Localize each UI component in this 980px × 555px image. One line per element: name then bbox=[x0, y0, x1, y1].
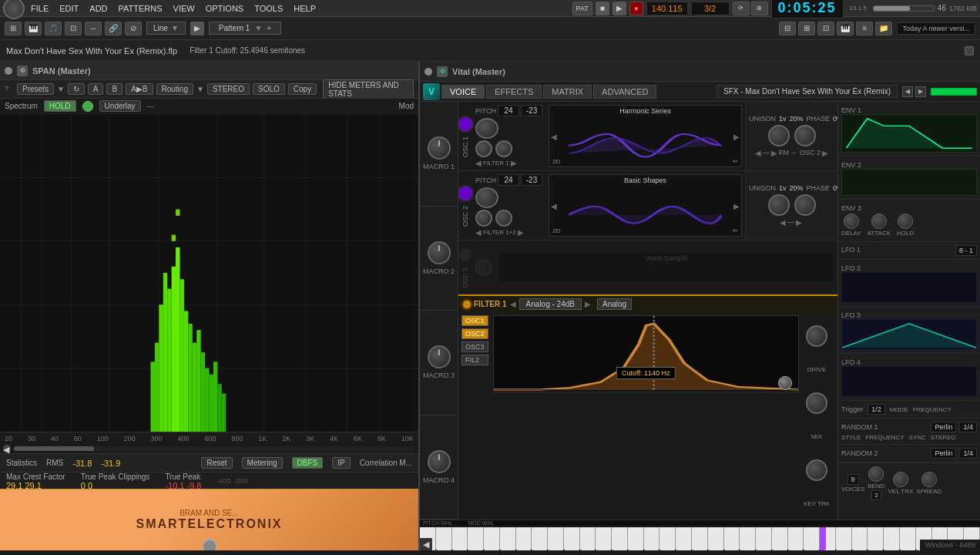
white-key[interactable] bbox=[676, 527, 692, 550]
view-mode-selector[interactable]: Line ▼ bbox=[146, 22, 186, 35]
white-key[interactable] bbox=[788, 527, 804, 550]
filter1-drive-knob[interactable] bbox=[806, 325, 827, 347]
plugin-knob[interactable] bbox=[202, 539, 217, 550]
osc1-unison-knob2[interactable] bbox=[794, 125, 816, 146]
filter1-mix-knob[interactable] bbox=[806, 392, 827, 414]
routing-arrow[interactable]: ▼ bbox=[196, 85, 204, 93]
vel-trx-knob[interactable] bbox=[893, 472, 908, 487]
filter1-type2-select[interactable]: Analog bbox=[597, 298, 632, 310]
piano-btn[interactable]: 🎹 bbox=[837, 22, 854, 35]
white-key[interactable] bbox=[564, 527, 580, 550]
metering-btn[interactable]: Metering bbox=[242, 457, 283, 469]
osc2-fm-prev[interactable]: ◀ bbox=[780, 218, 786, 227]
osc2-wave-next[interactable]: ▶ bbox=[733, 201, 740, 210]
osc2-level-knob[interactable] bbox=[475, 210, 492, 227]
tab-voice[interactable]: VOICE bbox=[441, 85, 485, 99]
expand-icon[interactable] bbox=[5, 67, 12, 75]
osc1-main-knob[interactable] bbox=[475, 118, 498, 139]
menu-file[interactable]: FILE bbox=[26, 2, 53, 15]
view-btn-4[interactable]: ⊡ bbox=[65, 22, 82, 35]
osc1-power-btn[interactable] bbox=[459, 118, 472, 130]
macro2-knob[interactable] bbox=[428, 241, 451, 264]
step-btn[interactable]: ⊞ bbox=[751, 2, 768, 15]
copy-btn[interactable]: Copy bbox=[288, 83, 317, 95]
master-volume-slider[interactable] bbox=[873, 5, 935, 12]
tab-effects[interactable]: EFFECTS bbox=[486, 85, 542, 99]
osc1-osc2-btn[interactable]: ▶ bbox=[822, 149, 828, 157]
presets-btn[interactable]: Presets bbox=[17, 83, 54, 95]
white-key[interactable] bbox=[436, 527, 452, 550]
b-btn[interactable]: B bbox=[106, 83, 123, 95]
play-btn[interactable]: ▶ bbox=[612, 2, 626, 15]
filter1-display[interactable]: Cutoff: 1140 Hz bbox=[493, 315, 800, 392]
voices-val[interactable]: 8 bbox=[847, 474, 859, 485]
menu-options[interactable]: OPTIONS bbox=[201, 2, 249, 15]
reset-btn[interactable]: Reset bbox=[201, 457, 232, 469]
spread-knob[interactable] bbox=[921, 472, 937, 487]
osc1-wave-prev[interactable]: ◀ bbox=[551, 132, 557, 140]
osc1-level-knob[interactable] bbox=[475, 140, 492, 157]
osc1-pitch-val[interactable]: 24 bbox=[498, 105, 519, 116]
settings-icon[interactable]: ⚙ bbox=[17, 66, 28, 76]
white-key[interactable] bbox=[532, 527, 548, 550]
fx-btn[interactable]: ≡ bbox=[856, 22, 873, 35]
osc2-unison-knob1[interactable] bbox=[768, 194, 790, 216]
osc2-wave-display[interactable]: Basic Shapes ◀ ▶ 2D ✏ bbox=[549, 174, 742, 237]
filter1-type-select[interactable]: Analog - 24dB bbox=[519, 298, 582, 310]
menu-add[interactable]: ADD bbox=[85, 2, 112, 15]
tab-matrix[interactable]: MATRIX bbox=[543, 85, 592, 99]
menu-view[interactable]: VIEW bbox=[169, 2, 200, 15]
osc2-filter-next[interactable]: ▶ bbox=[518, 228, 524, 237]
info-icon[interactable] bbox=[965, 46, 974, 56]
view-btn-5[interactable]: ↔ bbox=[85, 22, 102, 35]
random1-freq-val[interactable]: 1/4 bbox=[959, 422, 977, 432]
mixer-btn[interactable]: ⊟ bbox=[779, 22, 796, 35]
osc1-filter-prev[interactable]: ◀ bbox=[475, 159, 482, 167]
osc3-route-btn[interactable]: OSC3 bbox=[461, 341, 488, 352]
hide-meters-btn[interactable]: HIDE METERS AND STATS bbox=[323, 79, 414, 99]
osc1-wave-next[interactable]: ▶ bbox=[733, 132, 740, 140]
menu-patterns[interactable]: PATTERNS bbox=[114, 2, 167, 15]
filter1-keytrk-knob[interactable] bbox=[806, 459, 827, 481]
white-key[interactable] bbox=[580, 527, 596, 550]
osc2-pitch-fine[interactable]: -23 bbox=[521, 174, 542, 186]
underlay-btn[interactable]: Underlay bbox=[99, 100, 141, 112]
osc1-filter-next[interactable]: ▶ bbox=[511, 159, 517, 167]
osc2-pitch-val[interactable]: 24 bbox=[498, 174, 519, 186]
pat-btn[interactable]: PAT bbox=[572, 2, 592, 15]
browser-btn[interactable]: 📁 bbox=[875, 22, 892, 35]
osc2-unison-knob2[interactable] bbox=[794, 194, 816, 216]
white-key[interactable] bbox=[612, 527, 628, 550]
vital-settings-icon[interactable]: ⚙ bbox=[437, 66, 448, 77]
env3-delay-knob[interactable] bbox=[844, 214, 859, 229]
scroll-track[interactable] bbox=[14, 446, 415, 451]
osc2-edit-icon[interactable]: ✏ bbox=[733, 227, 738, 234]
white-key[interactable] bbox=[708, 527, 724, 550]
macro3-knob[interactable] bbox=[428, 345, 451, 368]
white-key[interactable] bbox=[756, 527, 772, 550]
osc2-pan-knob[interactable] bbox=[495, 210, 512, 227]
osc1-wave-display[interactable]: Harmonic Series ◀ ▶ 2D ✏ bbox=[549, 105, 742, 167]
white-key[interactable] bbox=[804, 527, 820, 550]
bend-knob[interactable] bbox=[868, 466, 884, 482]
osc1-unison-knob1[interactable] bbox=[768, 125, 790, 146]
white-key[interactable] bbox=[644, 527, 660, 550]
osc2-route-btn[interactable]: OSC2 bbox=[461, 328, 488, 339]
white-key[interactable] bbox=[628, 527, 644, 550]
routing-btn[interactable]: Routing bbox=[156, 83, 193, 95]
scroll-left[interactable]: ◀ bbox=[3, 445, 11, 452]
white-key[interactable] bbox=[772, 527, 788, 550]
stop-btn[interactable]: ■ bbox=[596, 2, 609, 15]
osc1-fm-prev[interactable]: ◀ bbox=[755, 149, 761, 157]
dbfs-btn[interactable]: DBFS bbox=[292, 457, 324, 469]
bpm-display[interactable]: 140.115 bbox=[646, 2, 688, 15]
random2-style-val[interactable]: Perlin bbox=[931, 448, 956, 459]
view-btn-6[interactable]: 🔗 bbox=[105, 22, 122, 35]
white-key[interactable] bbox=[659, 527, 676, 550]
tab-advanced[interactable]: ADVANCED bbox=[593, 85, 656, 99]
white-key[interactable] bbox=[900, 527, 916, 550]
white-key[interactable] bbox=[516, 527, 532, 550]
white-key[interactable] bbox=[548, 527, 564, 550]
filter1-prev[interactable]: ◀ bbox=[510, 300, 516, 308]
lfo1-val[interactable]: 8 - 1 bbox=[955, 245, 977, 256]
